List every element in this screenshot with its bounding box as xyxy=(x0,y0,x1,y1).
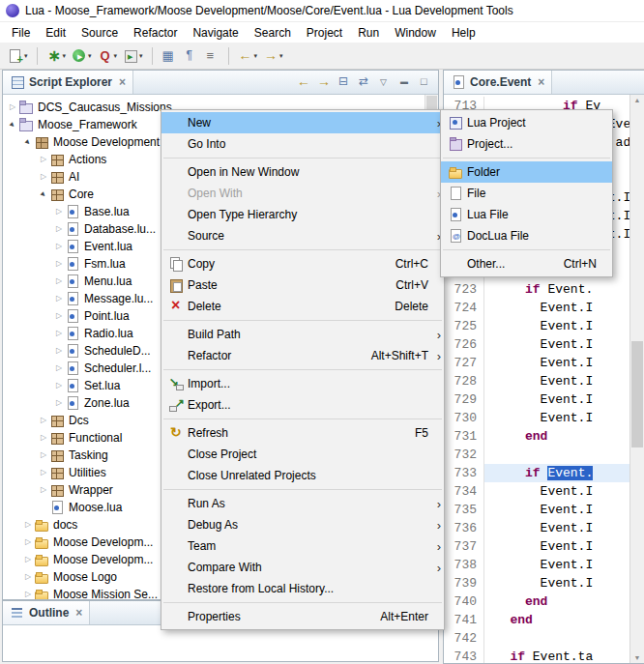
chevron-collapsed-icon[interactable] xyxy=(53,273,65,290)
code-line[interactable]: 727 Event.I xyxy=(444,354,630,372)
chevron-collapsed-icon[interactable] xyxy=(53,220,65,238)
code-line[interactable]: 739 Event.I xyxy=(444,574,630,592)
chevron-collapsed-icon[interactable] xyxy=(53,377,65,394)
tab-outline[interactable]: Outline xyxy=(3,601,90,624)
chevron-collapsed-icon[interactable] xyxy=(22,568,34,586)
menu-edit[interactable]: Edit xyxy=(38,24,73,42)
menu-source[interactable]: Source xyxy=(73,24,126,42)
menu-item-close-project[interactable]: Close Project xyxy=(161,444,444,465)
menu-item-go-into[interactable]: Go Into xyxy=(161,133,444,155)
submenu-item-other[interactable]: Other...Ctrl+N xyxy=(441,253,612,274)
chevron-expanded-icon[interactable] xyxy=(22,133,34,152)
back-icon[interactable] xyxy=(296,74,311,90)
chevron-collapsed-icon[interactable] xyxy=(38,168,49,186)
chevron-collapsed-icon[interactable] xyxy=(7,99,18,116)
dropdown-caret-icon[interactable] xyxy=(88,52,92,60)
menu-item-team[interactable]: Team xyxy=(161,535,444,557)
menu-item-compare-with[interactable]: Compare With xyxy=(161,557,444,578)
chevron-collapsed-icon[interactable] xyxy=(53,238,65,255)
debug-button[interactable] xyxy=(44,45,69,67)
chevron-collapsed-icon[interactable] xyxy=(38,429,49,447)
code-line[interactable]: 738 Event.I xyxy=(444,556,630,574)
dropdown-caret-icon[interactable] xyxy=(24,52,28,60)
code-line[interactable]: 724 Event.I xyxy=(444,299,630,317)
external-tools-button[interactable] xyxy=(121,45,145,67)
chevron-collapsed-icon[interactable] xyxy=(53,325,65,342)
submenu-item-project[interactable]: Project... xyxy=(441,133,612,155)
dropdown-caret-icon[interactable] xyxy=(254,52,258,60)
menu-item-paste[interactable]: PasteCtrl+V xyxy=(161,274,444,296)
collapse-all-icon[interactable] xyxy=(337,74,352,90)
dropdown-caret-icon[interactable] xyxy=(139,52,143,60)
menu-window[interactable]: Window xyxy=(387,24,444,42)
dropdown-caret-icon[interactable] xyxy=(279,52,283,60)
menu-search[interactable]: Search xyxy=(247,24,299,42)
submenu-item-lua-project[interactable]: Lua Project xyxy=(441,112,612,133)
menu-file[interactable]: File xyxy=(4,24,38,42)
editor-scrollbar[interactable]: ▲ ▼ xyxy=(629,95,644,663)
dropdown-caret-icon[interactable] xyxy=(114,52,118,60)
mark-occurrences-button[interactable] xyxy=(202,45,221,67)
chevron-collapsed-icon[interactable] xyxy=(53,360,65,377)
chevron-collapsed-icon[interactable] xyxy=(53,203,65,220)
code-line[interactable]: 732 xyxy=(444,446,630,464)
menu-item-source[interactable]: Source xyxy=(161,225,444,246)
code-line[interactable]: 726 Event.I xyxy=(444,335,630,354)
menu-item-restore-from-local-history[interactable]: Restore from Local History... xyxy=(161,578,444,599)
chevron-collapsed-icon[interactable] xyxy=(22,534,34,551)
maximize-icon[interactable] xyxy=(418,74,433,90)
code-line[interactable]: 743 if Event.ta xyxy=(444,648,630,663)
menu-navigate[interactable]: Navigate xyxy=(185,24,246,42)
code-line[interactable]: 735 Event.I xyxy=(444,501,630,519)
code-line[interactable]: 731 end xyxy=(444,427,630,446)
table-view-button[interactable] xyxy=(160,45,179,67)
chevron-collapsed-icon[interactable] xyxy=(22,586,34,599)
chevron-collapsed-icon[interactable] xyxy=(53,255,65,273)
chevron-expanded-icon[interactable] xyxy=(7,116,18,134)
menu-item-copy[interactable]: CopyCtrl+C xyxy=(161,253,444,274)
chevron-collapsed-icon[interactable] xyxy=(38,412,49,429)
chevron-collapsed-icon[interactable] xyxy=(38,151,49,168)
code-line[interactable]: 723 if Event. xyxy=(444,280,630,299)
menu-item-run-as[interactable]: Run As xyxy=(161,493,444,514)
chevron-collapsed-icon[interactable] xyxy=(38,447,49,464)
chevron-collapsed-icon[interactable] xyxy=(38,481,49,499)
menu-refactor[interactable]: Refactor xyxy=(126,24,185,42)
code-line[interactable]: 728 Event.I xyxy=(444,372,630,390)
scroll-down-icon[interactable]: ▼ xyxy=(630,654,644,661)
submenu-item-file[interactable]: File xyxy=(441,183,612,204)
chevron-expanded-icon[interactable] xyxy=(38,186,49,204)
submenu-item-doclua-file[interactable]: DocLua File xyxy=(441,225,612,246)
tab-core-event[interactable]: Core.Event xyxy=(444,71,552,94)
forward-icon[interactable] xyxy=(316,74,332,90)
menu-project[interactable]: Project xyxy=(299,24,350,42)
close-icon[interactable] xyxy=(538,75,544,89)
editor-scrollbar-thumb[interactable] xyxy=(631,341,643,447)
code-line[interactable]: 736 Event.I xyxy=(444,519,630,537)
code-line[interactable]: 740 end xyxy=(444,592,630,611)
chevron-collapsed-icon[interactable] xyxy=(22,516,34,534)
forward-button[interactable] xyxy=(261,45,285,67)
close-icon[interactable] xyxy=(75,606,82,620)
menu-item-open-type-hierarchy[interactable]: Open Type Hierarchy xyxy=(161,204,444,225)
code-line[interactable]: 734 Event.I xyxy=(444,482,630,501)
dropdown-caret-icon[interactable] xyxy=(63,52,67,60)
back-button[interactable] xyxy=(236,45,260,67)
menu-item-export[interactable]: Export... xyxy=(161,394,444,416)
tab-script-explorer[interactable]: Script Explorer xyxy=(3,71,133,94)
submenu-item-lua-file[interactable]: Lua File xyxy=(441,204,612,225)
chevron-collapsed-icon[interactable] xyxy=(53,290,65,307)
code-line[interactable]: 729 Event.I xyxy=(444,390,630,409)
view-menu-icon[interactable] xyxy=(377,74,393,90)
menu-item-refactor[interactable]: RefactorAlt+Shift+T xyxy=(161,345,444,366)
menu-help[interactable]: Help xyxy=(444,24,483,42)
code-line[interactable]: 741 end xyxy=(444,611,630,629)
run-button[interactable] xyxy=(70,45,94,67)
code-line[interactable]: 733 if Event. xyxy=(444,464,630,482)
minimize-icon[interactable] xyxy=(397,74,413,90)
menu-item-close-unrelated-projects[interactable]: Close Unrelated Projects xyxy=(161,465,444,486)
menu-item-properties[interactable]: PropertiesAlt+Enter xyxy=(161,606,444,627)
menu-item-new[interactable]: New xyxy=(161,112,444,133)
menu-item-refresh[interactable]: RefreshF5 xyxy=(161,422,444,444)
link-with-editor-icon[interactable] xyxy=(357,74,372,90)
